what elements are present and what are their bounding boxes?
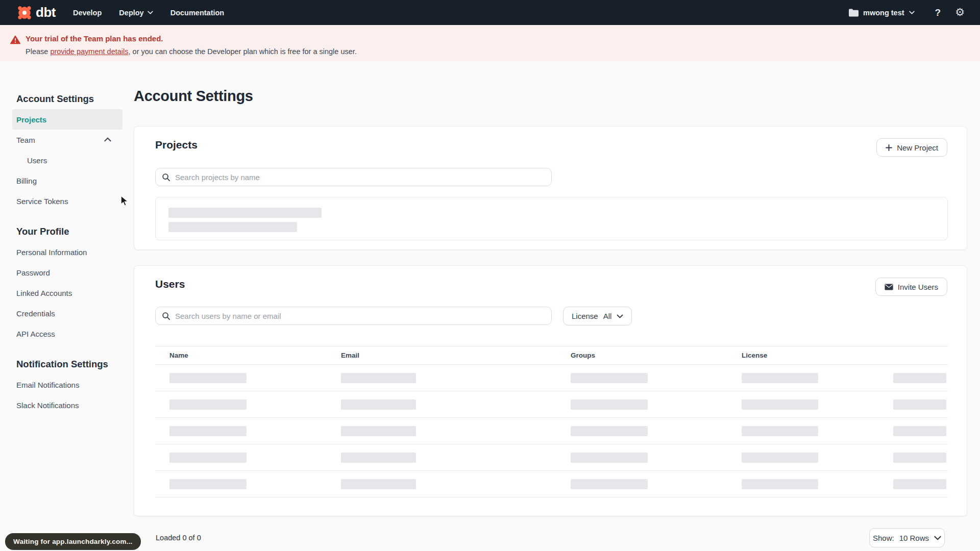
- users-card: Users Invite Users License All Name Emai…: [134, 265, 967, 516]
- browser-status-tooltip: Waiting for app.launchdarkly.com...: [5, 533, 141, 550]
- col-header-email: Email: [327, 352, 556, 359]
- banner-body-prefix: Please: [26, 47, 50, 56]
- sidebar-item-service-tokens[interactable]: Service Tokens: [12, 191, 122, 211]
- help-icon[interactable]: ?: [935, 7, 941, 18]
- page-title: Account Settings: [134, 88, 253, 105]
- sidebar-item-email-notifications[interactable]: Email Notifications: [12, 374, 122, 395]
- skeleton-bar: [169, 399, 247, 410]
- nav-item-label: Documentation: [170, 9, 225, 17]
- skeleton-bar: [893, 479, 946, 489]
- sidebar-item-projects[interactable]: Projects: [12, 109, 122, 130]
- rows-per-page-dropdown[interactable]: Show: 10 Rows: [869, 528, 945, 547]
- skeleton-bar: [341, 479, 416, 489]
- sidebar-item-slack-notifications[interactable]: Slack Notifications: [12, 395, 122, 415]
- col-header-license: License: [727, 352, 879, 359]
- skeleton-bar: [893, 453, 946, 463]
- skeleton-bar: [742, 479, 818, 489]
- nav-item-develop[interactable]: Develop: [73, 9, 102, 17]
- skeleton-bar: [169, 453, 247, 463]
- envelope-icon: [885, 284, 893, 290]
- license-filter-label: License: [572, 312, 598, 320]
- gear-icon[interactable]: ⚙: [955, 7, 965, 18]
- rows-per-page-label: Show:: [873, 534, 894, 542]
- skeleton-bar: [742, 453, 818, 463]
- sidebar-heading-notification-settings: Notification Settings: [12, 354, 122, 374]
- banner-body: Please provide payment details, or you c…: [26, 47, 357, 56]
- nav-item-documentation[interactable]: Documentation: [170, 9, 225, 17]
- users-search-input[interactable]: [175, 312, 545, 320]
- users-table: Name Email Groups License: [155, 346, 948, 497]
- table-row-skeleton: [155, 391, 948, 418]
- col-header-groups: Groups: [556, 352, 727, 359]
- projects-loading-placeholder: [155, 197, 948, 240]
- rows-per-page-value: 10 Rows: [899, 534, 929, 542]
- sidebar-item-billing[interactable]: Billing: [12, 170, 122, 191]
- skeleton-bar: [341, 426, 416, 436]
- skeleton-bar: [341, 453, 416, 463]
- dbt-logo-icon: [17, 5, 32, 20]
- skeleton-bar: [168, 208, 322, 218]
- skeleton-bar: [893, 399, 946, 410]
- loaded-count: Loaded 0 of 0: [156, 534, 201, 542]
- projects-search-input[interactable]: [175, 173, 545, 182]
- banner-body-suffix: , or you can choose the Developer plan w…: [129, 47, 357, 56]
- sidebar-heading-account-settings: Account Settings: [12, 89, 122, 109]
- provide-payment-details-link[interactable]: provide payment details: [50, 47, 128, 56]
- skeleton-bar: [571, 453, 648, 463]
- projects-heading: Projects: [155, 139, 198, 151]
- folder-icon: [849, 9, 859, 17]
- users-table-header-row: Name Email Groups License: [155, 346, 948, 365]
- license-filter-value: All: [603, 312, 612, 320]
- brand-name: dbt: [36, 5, 56, 20]
- skeleton-bar: [571, 479, 648, 489]
- sidebar-item-linked-accounts[interactable]: Linked Accounts: [12, 283, 122, 303]
- chevron-down-icon: [909, 11, 915, 14]
- skeleton-bar: [742, 399, 818, 410]
- skeleton-bar: [169, 426, 247, 436]
- search-icon: [162, 173, 170, 182]
- invite-users-button[interactable]: Invite Users: [875, 278, 947, 296]
- projects-search-box: [155, 168, 552, 186]
- skeleton-bar: [168, 222, 297, 232]
- projects-card: Projects New Project: [134, 126, 967, 250]
- users-search-box: [155, 307, 552, 325]
- account-name: mwong test: [863, 9, 904, 17]
- chevron-down-icon: [148, 11, 153, 14]
- sidebar-item-api-access[interactable]: API Access: [12, 323, 122, 344]
- top-nav: dbt Develop Deploy Documentation mwong t…: [0, 0, 980, 25]
- skeleton-bar: [169, 373, 247, 383]
- table-row-skeleton: [155, 444, 948, 471]
- skeleton-bar: [571, 373, 648, 383]
- sidebar-item-credentials[interactable]: Credentials: [12, 303, 122, 323]
- sidebar-item-personal-information[interactable]: Personal Information: [12, 242, 122, 262]
- col-header-name: Name: [155, 352, 327, 359]
- table-row-skeleton: [155, 418, 948, 444]
- skeleton-bar: [893, 426, 946, 436]
- account-switcher[interactable]: mwong test: [849, 9, 915, 17]
- table-row-skeleton: [155, 365, 948, 391]
- banner-title: Your trial of the Team plan has ended.: [26, 34, 357, 43]
- users-heading: Users: [155, 278, 185, 290]
- sidebar-item-password[interactable]: Password: [12, 262, 122, 283]
- table-row-skeleton: [155, 471, 948, 497]
- skeleton-bar: [742, 426, 818, 436]
- invite-users-button-label: Invite Users: [898, 283, 938, 291]
- skeleton-bar: [742, 373, 818, 383]
- new-project-button-label: New Project: [897, 143, 938, 152]
- sidebar-item-team[interactable]: Team: [12, 130, 122, 150]
- search-icon: [162, 312, 170, 320]
- sidebar-heading-your-profile: Your Profile: [12, 221, 122, 242]
- skeleton-bar: [893, 373, 946, 383]
- skeleton-bar: [571, 399, 648, 410]
- chevron-up-icon[interactable]: [104, 137, 111, 142]
- skeleton-bar: [341, 399, 416, 410]
- license-filter-dropdown[interactable]: License All: [563, 307, 632, 325]
- chevron-down-icon: [934, 536, 941, 540]
- nav-item-deploy[interactable]: Deploy: [119, 9, 153, 17]
- warning-icon: [10, 35, 20, 44]
- dbt-logo[interactable]: dbt: [17, 5, 56, 20]
- sidebar-item-users[interactable]: Users: [12, 150, 122, 170]
- plus-icon: [886, 144, 892, 151]
- skeleton-bar: [571, 426, 648, 436]
- new-project-button[interactable]: New Project: [876, 138, 947, 157]
